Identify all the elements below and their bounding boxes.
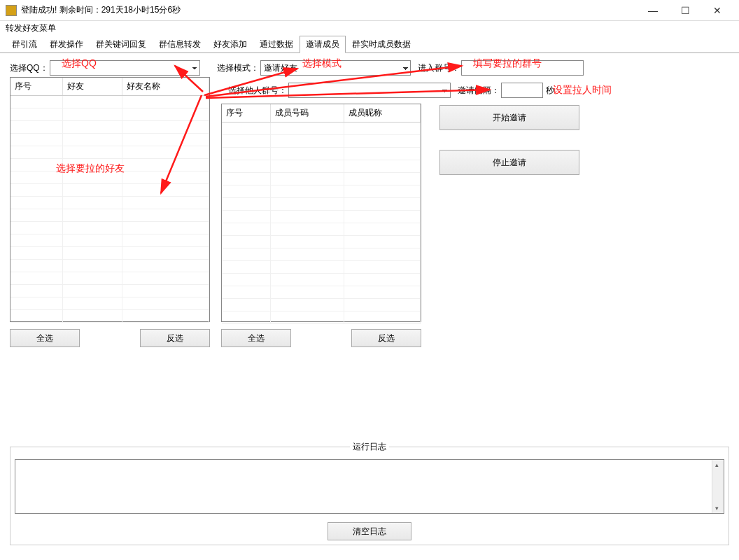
- start-invite-button[interactable]: 开始邀请: [439, 105, 579, 130]
- tab-group-drain[interactable]: 群引流: [6, 36, 43, 52]
- invite-interval-label: 邀请间隔：: [458, 85, 500, 97]
- col-friend: 好友: [63, 78, 122, 95]
- tab-content: 选择QQ： 选择模式： 邀请好友 进入群号： 选择他人群号： 邀请间隔： 秒 序…: [0, 53, 739, 88]
- window-title: 登陆成功! 剩余时间：291天18小时15分6秒: [21, 4, 637, 16]
- maximize-button[interactable]: ☐: [669, 0, 701, 21]
- enter-group-label: 进入群号：: [418, 62, 460, 74]
- tab-keyword-reply[interactable]: 群关键词回复: [90, 36, 153, 52]
- tab-invite-member[interactable]: 邀请成员: [300, 36, 346, 53]
- log-textarea[interactable]: [15, 459, 724, 514]
- select-qq-dropdown[interactable]: [50, 60, 200, 76]
- col-member-nick: 成员昵称: [344, 104, 421, 122]
- tab-group-forward[interactable]: 群信息转发: [153, 36, 207, 52]
- friends-table[interactable]: 序号 好友 好友名称: [10, 77, 210, 322]
- tab-group-send[interactable]: 群发操作: [43, 36, 90, 52]
- menu-bar: 转发好友菜单: [0, 21, 739, 36]
- seconds-label: 秒: [546, 85, 554, 97]
- other-group-label: 选择他人群号：: [228, 85, 287, 97]
- select-qq-label: 选择QQ：: [10, 62, 48, 74]
- tab-add-friend[interactable]: 好友添加: [207, 36, 253, 52]
- invite-interval-input[interactable]: [501, 83, 543, 98]
- tab-pass-data[interactable]: 通过数据: [253, 36, 300, 52]
- select-mode-dropdown[interactable]: 邀请好友: [260, 60, 411, 76]
- scrollbar[interactable]: [712, 460, 724, 513]
- app-icon: [6, 5, 17, 16]
- col-member-id: 成员号码: [271, 104, 344, 122]
- tab-strip: 群引流 群发操作 群关键词回复 群信息转发 好友添加 通过数据 邀请成员 群实时…: [0, 36, 739, 53]
- annotation-set-time: 设置拉人时间: [553, 84, 612, 97]
- log-title: 运行日志: [350, 441, 389, 453]
- select-mode-label: 选择模式：: [217, 62, 259, 74]
- members-table[interactable]: 序号 成员号码 成员昵称: [221, 104, 421, 322]
- menu-forward-friends[interactable]: 转发好友菜单: [6, 23, 56, 33]
- friends-invert-button[interactable]: 反选: [140, 329, 210, 347]
- enter-group-input[interactable]: [461, 60, 584, 76]
- members-invert-button[interactable]: 反选: [351, 329, 421, 347]
- col-friend-name: 好友名称: [122, 78, 209, 95]
- title-bar: 登陆成功! 剩余时间：291天18小时15分6秒 — ☐ ✕: [0, 0, 739, 21]
- close-button[interactable]: ✕: [701, 0, 733, 21]
- col-index2: 序号: [222, 104, 271, 122]
- friends-select-all-button[interactable]: 全选: [10, 329, 80, 347]
- other-group-dropdown[interactable]: [288, 83, 451, 98]
- clear-log-button[interactable]: 清空日志: [328, 522, 411, 540]
- tab-realtime-data[interactable]: 群实时成员数据: [346, 36, 417, 52]
- minimize-button[interactable]: —: [637, 0, 669, 21]
- col-index: 序号: [10, 78, 63, 95]
- members-select-all-button[interactable]: 全选: [221, 329, 291, 347]
- stop-invite-button[interactable]: 停止邀请: [439, 150, 579, 175]
- log-groupbox: 运行日志 清空日志: [10, 447, 729, 545]
